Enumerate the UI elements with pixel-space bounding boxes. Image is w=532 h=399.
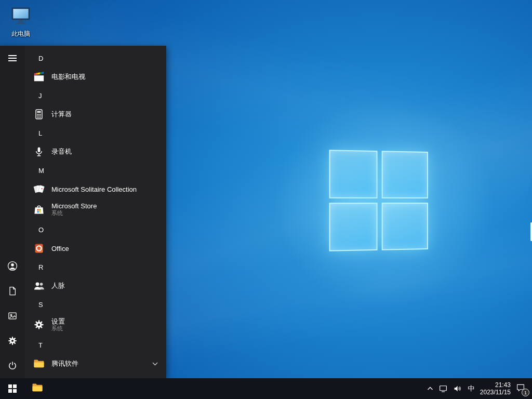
folder-icon bbox=[31, 356, 47, 371]
app-item-voice-recorder[interactable]: 录音机 bbox=[25, 142, 166, 161]
start-menu-rail bbox=[0, 46, 25, 378]
app-label: Office bbox=[51, 245, 69, 252]
people-icon bbox=[31, 278, 47, 294]
action-center-button[interactable]: 1 bbox=[513, 378, 528, 399]
section-header-j[interactable]: J bbox=[25, 86, 166, 105]
desktop-icon-this-pc[interactable]: 此电脑 bbox=[2, 4, 39, 38]
file-explorer-icon bbox=[31, 381, 44, 396]
clock-time: 21:43 bbox=[495, 381, 511, 389]
start-button[interactable] bbox=[0, 378, 25, 399]
app-label: 设置 bbox=[51, 317, 65, 325]
windows-logo-icon bbox=[8, 384, 17, 393]
app-item-people[interactable]: 人脉 bbox=[25, 276, 166, 295]
file-explorer-button[interactable] bbox=[25, 378, 50, 399]
notification-badge: 1 bbox=[522, 389, 529, 396]
app-label: Microsoft Store bbox=[51, 202, 97, 210]
voice-recorder-icon bbox=[31, 144, 47, 159]
app-sublabel: 系统 bbox=[51, 210, 97, 217]
section-header-o[interactable]: O bbox=[25, 220, 166, 239]
section-header-t[interactable]: T bbox=[25, 336, 166, 354]
app-item-solitaire[interactable]: Microsoft Solitaire Collection bbox=[25, 180, 166, 198]
desktop: 此电脑 bbox=[0, 0, 532, 399]
start-menu: D 电影和电视 J bbox=[0, 46, 166, 378]
app-label: 腾讯软件 bbox=[51, 359, 78, 368]
app-item-office[interactable]: Office bbox=[25, 239, 166, 258]
documents-icon[interactable] bbox=[0, 278, 25, 303]
section-header-m[interactable]: M bbox=[25, 161, 166, 180]
network-icon[interactable] bbox=[436, 378, 450, 399]
tray-chevron-up-icon[interactable] bbox=[424, 378, 436, 399]
section-header-r[interactable]: R bbox=[25, 258, 166, 276]
power-icon[interactable] bbox=[0, 353, 25, 378]
section-header-l[interactable]: L bbox=[25, 124, 166, 142]
app-item-microsoft-store[interactable]: Microsoft Store 系统 bbox=[25, 198, 166, 220]
user-account-icon[interactable] bbox=[0, 254, 25, 278]
pictures-icon[interactable] bbox=[0, 303, 25, 328]
app-label: Microsoft Solitaire Collection bbox=[51, 185, 137, 193]
taskbar: 中 21:43 2023/11/15 1 bbox=[0, 378, 532, 399]
app-item-settings[interactable]: 设置 系统 bbox=[25, 314, 166, 336]
app-item-movies-tv[interactable]: 电影和电视 bbox=[25, 68, 166, 86]
clock-date: 2023/11/15 bbox=[480, 389, 511, 396]
hamburger-menu-icon[interactable] bbox=[0, 46, 25, 71]
app-item-calculator[interactable]: 计算器 bbox=[25, 105, 166, 124]
app-item-tencent-folder[interactable]: 腾讯软件 bbox=[25, 354, 166, 373]
taskbar-clock[interactable]: 21:43 2023/11/15 bbox=[477, 378, 513, 399]
movies-tv-icon bbox=[31, 69, 47, 85]
calculator-icon bbox=[31, 107, 47, 122]
this-pc-icon bbox=[9, 4, 32, 29]
section-header-w[interactable]: W bbox=[25, 373, 166, 378]
section-header-d[interactable]: D bbox=[25, 49, 166, 68]
windows-wallpaper-logo bbox=[329, 150, 428, 251]
ime-language-indicator[interactable]: 中 bbox=[465, 378, 477, 399]
logo-pane bbox=[382, 203, 428, 250]
chevron-down-icon[interactable] bbox=[152, 362, 158, 366]
office-icon bbox=[31, 241, 47, 256]
settings-gear-icon[interactable] bbox=[0, 328, 25, 353]
logo-pane bbox=[329, 203, 377, 251]
app-label: 电影和电视 bbox=[51, 72, 85, 82]
logo-pane bbox=[329, 150, 377, 198]
settings-gear-icon bbox=[31, 317, 47, 332]
app-sublabel: 系统 bbox=[51, 325, 65, 332]
section-header-s[interactable]: S bbox=[25, 295, 166, 314]
app-label: 人脉 bbox=[51, 281, 65, 290]
app-label: 录音机 bbox=[51, 147, 72, 156]
microsoft-store-icon bbox=[31, 202, 47, 217]
app-label: 计算器 bbox=[51, 110, 72, 119]
volume-icon[interactable] bbox=[450, 378, 465, 399]
start-menu-app-list: D 电影和电视 J bbox=[25, 46, 166, 378]
logo-pane bbox=[382, 151, 428, 198]
solitaire-icon bbox=[31, 181, 47, 197]
system-tray: 中 21:43 2023/11/15 1 bbox=[424, 378, 532, 399]
desktop-icon-label: 此电脑 bbox=[11, 30, 30, 38]
